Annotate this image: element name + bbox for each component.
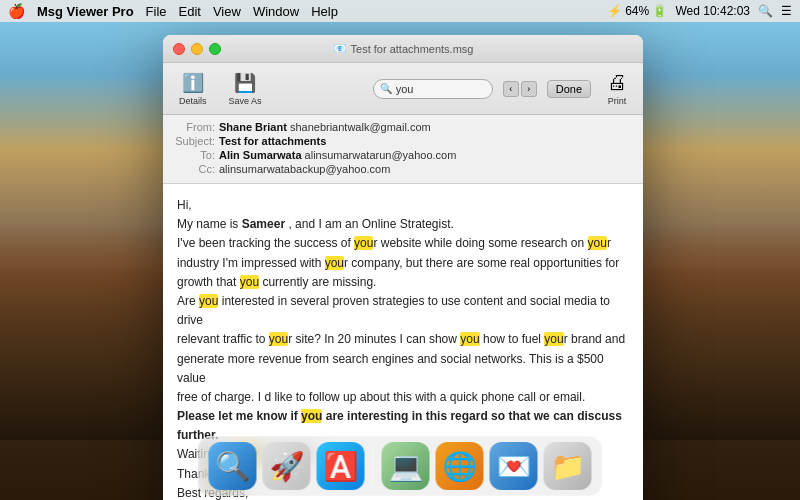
menu-window[interactable]: Window (253, 4, 299, 19)
to-label: To: (173, 149, 215, 161)
from-row: From: Shane Briant shanebriantwalk@gmail… (173, 121, 633, 133)
dock: 🔍 🚀 🅰️ 💻 🌐 💌 📁 (198, 436, 603, 496)
save-as-icon: 💾 (234, 72, 256, 94)
apple-menu[interactable]: 🍎 (8, 3, 25, 19)
highlight-you-6: you (269, 332, 288, 346)
to-email: alinsumarwatarun@yahoo.com (305, 149, 457, 161)
menu-view[interactable]: View (213, 4, 241, 19)
highlight-you-7: you (460, 332, 479, 346)
print-button[interactable]: 🖨 Print (601, 69, 633, 108)
dock-mail[interactable]: 💌 (490, 442, 538, 490)
highlight-you-5: you (199, 294, 218, 308)
menubar: 🍎 Msg Viewer Pro File Edit View Window H… (0, 0, 800, 22)
close-button[interactable] (173, 43, 185, 55)
highlight-you-2: you (588, 236, 607, 250)
to-row: To: Alin Sumarwata alinsumarwatarun@yaho… (173, 149, 633, 161)
to-name: Alin Sumarwata (219, 149, 302, 161)
menu-help[interactable]: Help (311, 4, 338, 19)
dock-finder-2[interactable]: 📁 (544, 442, 592, 490)
menu-edit[interactable]: Edit (179, 4, 201, 19)
highlight-you-9: you (301, 409, 322, 423)
highlight-you-4: you (240, 275, 259, 289)
subject-row: Subject: Test for attachments (173, 135, 633, 147)
cc-value: alinsumarwatabackup@yahoo.com (219, 163, 390, 175)
email-window: 📧 Test for attachments.msg ℹ️ Details 💾 … (163, 35, 643, 500)
save-as-button[interactable]: 💾 Save As (223, 70, 268, 108)
done-button[interactable]: Done (547, 80, 591, 98)
from-name: Shane Briant (219, 121, 287, 133)
window-titlebar: 📧 Test for attachments.msg (163, 35, 643, 63)
highlight-you-3: you (325, 256, 344, 270)
search-next-button[interactable]: › (521, 81, 537, 97)
highlight-you-8: you (544, 332, 563, 346)
dock-browser[interactable]: 🌐 (436, 442, 484, 490)
title-icon: 📧 (333, 42, 347, 55)
to-value: Alin Sumarwata alinsumarwatarun@yahoo.co… (219, 149, 456, 161)
minimize-button[interactable] (191, 43, 203, 55)
app-menu-name[interactable]: Msg Viewer Pro (37, 4, 134, 19)
dock-activity-monitor[interactable]: 💻 (382, 442, 430, 490)
from-email: shanebriantwalk@gmail.com (290, 121, 431, 133)
search-navigation: ‹ › (503, 81, 537, 97)
details-icon: ℹ️ (182, 72, 204, 94)
dock-appstore[interactable]: 🅰️ (317, 442, 365, 490)
print-label: Print (608, 96, 627, 106)
details-label: Details (179, 96, 207, 106)
bold-paragraph: Please let me know if you are interestin… (177, 409, 622, 423)
search-menubar-icon[interactable]: 🔍 (758, 4, 773, 18)
cc-row: Cc: alinsumarwatabackup@yahoo.com (173, 163, 633, 175)
menubar-left: 🍎 Msg Viewer Pro File Edit View Window H… (8, 3, 338, 19)
subject-value: Test for attachments (219, 135, 326, 147)
search-bar[interactable]: 🔍 (373, 79, 493, 99)
from-value: Shane Briant shanebriantwalk@gmail.com (219, 121, 431, 133)
dock-divider (373, 446, 374, 486)
print-icon: 🖨 (607, 71, 627, 94)
cc-label: Cc: (173, 163, 215, 175)
save-as-label: Save As (229, 96, 262, 106)
toolbar: ℹ️ Details 💾 Save As 🔍 ‹ › Done 🖨 Print (163, 63, 643, 115)
dock-launchpad[interactable]: 🚀 (263, 442, 311, 490)
sender-name: Sameer (242, 217, 285, 231)
menubar-right: ⚡ 64% 🔋 Wed 10:42:03 🔍 ☰ (607, 4, 792, 18)
from-label: From: (173, 121, 215, 133)
search-icon: 🔍 (380, 83, 392, 94)
clock: Wed 10:42:03 (675, 4, 750, 18)
highlight-you-1: you (354, 236, 373, 250)
control-center-icon[interactable]: ☰ (781, 4, 792, 18)
dock-finder[interactable]: 🔍 (209, 442, 257, 490)
maximize-button[interactable] (209, 43, 221, 55)
details-button[interactable]: ℹ️ Details (173, 70, 213, 108)
menu-file[interactable]: File (146, 4, 167, 19)
window-title: 📧 Test for attachments.msg (333, 42, 474, 55)
search-prev-button[interactable]: ‹ (503, 81, 519, 97)
traffic-lights (173, 43, 221, 55)
search-input[interactable] (396, 83, 476, 95)
email-headers: From: Shane Briant shanebriantwalk@gmail… (163, 115, 643, 184)
battery-icon: ⚡ 64% 🔋 (607, 4, 668, 18)
title-text: Test for attachments.msg (351, 43, 474, 55)
subject-label: Subject: (173, 135, 215, 147)
